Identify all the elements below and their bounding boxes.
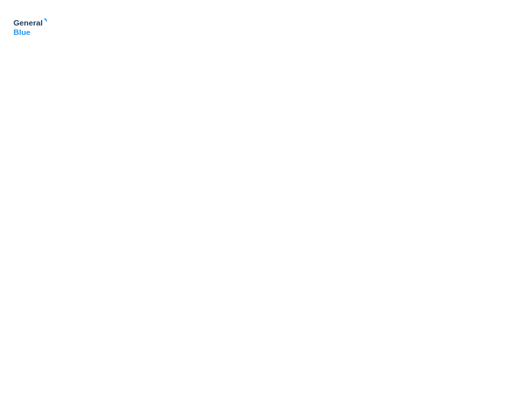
svg-text:Blue: Blue xyxy=(13,28,31,36)
header: General Blue xyxy=(13,13,519,40)
svg-marker-2 xyxy=(44,19,47,24)
svg-text:General: General xyxy=(13,18,42,27)
logo: General Blue xyxy=(13,13,47,40)
logo-svg: General Blue xyxy=(13,13,47,40)
